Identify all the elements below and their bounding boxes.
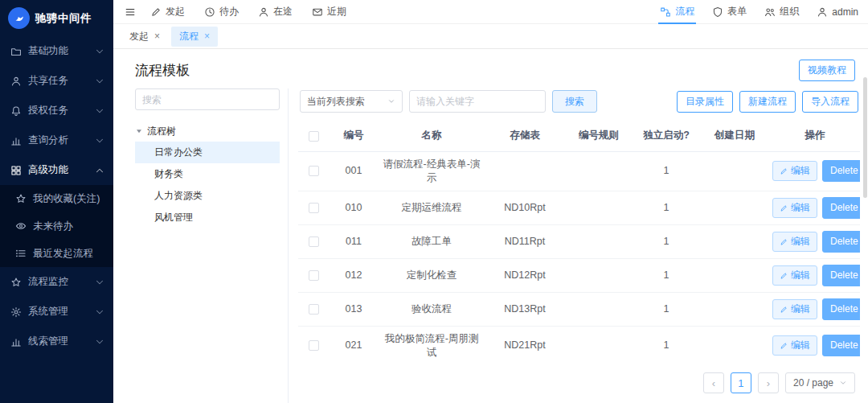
row-checkbox[interactable] xyxy=(309,203,319,213)
sidebar-item[interactable]: 共享任务 xyxy=(0,66,113,96)
delete-button[interactable]: Delete xyxy=(822,231,860,253)
sidebar-subitem[interactable]: 最近发起流程 xyxy=(0,240,113,267)
search-button[interactable]: 搜索 xyxy=(552,90,597,113)
edit-button[interactable]: 编辑 xyxy=(772,198,817,218)
edit-button[interactable]: 编辑 xyxy=(772,265,817,286)
column-header: 创建日期 xyxy=(700,121,769,151)
cell-rule xyxy=(565,191,633,224)
row-select-cell xyxy=(298,191,329,224)
cell-standalone: 1 xyxy=(633,191,700,224)
sidebar-item[interactable]: 线索管理 xyxy=(0,327,113,356)
keyword-input[interactable] xyxy=(409,90,546,113)
sidebar-item[interactable]: 高级功能 xyxy=(0,155,113,185)
row-checkbox[interactable] xyxy=(309,340,319,351)
tree-nodes: 日常办公类财务类人力资源类风机管理 xyxy=(135,142,280,228)
tab-label: 发起 xyxy=(129,30,149,43)
edit-icon xyxy=(780,271,788,280)
app-logo: 驰骋中间件 xyxy=(0,0,113,36)
cell-created xyxy=(700,326,769,364)
sidebar-subitem[interactable]: 未来待办 xyxy=(0,212,113,240)
bell-icon xyxy=(10,105,22,117)
tree-node[interactable]: 人力资源类 xyxy=(135,185,280,207)
edit-button[interactable]: 编辑 xyxy=(772,232,817,252)
edit-icon xyxy=(780,204,788,212)
edit-button[interactable]: 编辑 xyxy=(772,299,817,319)
edit-button[interactable]: 编辑 xyxy=(772,161,817,181)
video-tutorial-button[interactable]: 视频教程 xyxy=(799,60,855,81)
sidebar-subitem[interactable]: 我的收藏(关注) xyxy=(0,185,113,212)
topbar-item[interactable]: 表单 xyxy=(712,0,747,24)
topbar-item[interactable]: 流程 xyxy=(660,0,694,24)
row-select-cell xyxy=(298,326,329,364)
tree-node[interactable]: 风机管理 xyxy=(135,207,280,228)
tree-search-input[interactable] xyxy=(135,88,280,110)
topbar-item-label: 在途 xyxy=(273,5,293,19)
row-select-cell xyxy=(298,258,329,292)
sidebar-item[interactable]: 系统管理 xyxy=(0,297,113,327)
edit-button-label: 编辑 xyxy=(791,235,810,249)
sidebar-item-label: 基础功能 xyxy=(28,44,88,58)
import-flow-button[interactable]: 导入流程 xyxy=(802,91,858,113)
row-checkbox[interactable] xyxy=(309,236,319,247)
sidebar-item-label: 流程监控 xyxy=(28,275,88,289)
cell-created xyxy=(700,258,769,292)
tree-node[interactable]: 日常办公类 xyxy=(135,142,280,163)
menu-collapse-icon[interactable] xyxy=(125,6,136,18)
topbar-item[interactable]: 发起 xyxy=(150,0,185,24)
eye-icon xyxy=(15,220,27,232)
topbar-item[interactable]: 组织 xyxy=(764,0,799,24)
row-checkbox[interactable] xyxy=(309,270,319,281)
dir-props-button[interactable]: 目录属性 xyxy=(677,91,733,113)
page-size-select[interactable]: 20 / page xyxy=(785,372,855,393)
scrollbar-thumb[interactable] xyxy=(863,77,867,198)
delete-button[interactable]: Delete xyxy=(822,265,860,286)
tab-close-icon[interactable]: × xyxy=(204,31,210,42)
sidebar-item[interactable]: 查询分析 xyxy=(0,125,113,155)
tree-root-node[interactable]: 流程树 xyxy=(135,121,280,142)
cell-rule xyxy=(565,151,633,191)
sidebar-item[interactable]: 授权任务 xyxy=(0,96,113,125)
cell-name: 我的极简流程-周朋测试 xyxy=(379,326,485,364)
cell-rule xyxy=(565,224,633,258)
chevron-down-icon xyxy=(94,277,105,288)
next-page-button[interactable]: › xyxy=(758,372,779,393)
page-number-button[interactable]: 1 xyxy=(731,372,751,393)
tab[interactable]: 发起× xyxy=(121,27,168,47)
delete-button[interactable]: Delete xyxy=(822,298,860,320)
table-header-row: 编号名称存储表编号规则独立启动?创建日期操作 xyxy=(298,121,860,151)
table-row: 010定期运维流程ND10Rpt1编辑Delete xyxy=(298,191,860,224)
row-checkbox[interactable] xyxy=(309,166,319,176)
cell-created xyxy=(700,224,769,258)
prev-page-button[interactable]: ‹ xyxy=(703,372,724,393)
tab-label: 流程 xyxy=(179,30,199,43)
sidebar-item[interactable]: 基础功能 xyxy=(0,36,113,66)
delete-button[interactable]: Delete xyxy=(822,335,860,356)
tree-node[interactable]: 财务类 xyxy=(135,163,280,185)
edit-button[interactable]: 编辑 xyxy=(772,335,817,356)
sidebar-menu: 基础功能共享任务授权任务查询分析高级功能我的收藏(关注)未来待办最近发起流程流程… xyxy=(0,36,113,356)
topbar-item-label: 流程 xyxy=(675,5,694,19)
sidebar-item[interactable]: 流程监控 xyxy=(0,267,113,297)
topbar-item[interactable]: 近期 xyxy=(312,0,346,24)
row-checkbox[interactable] xyxy=(309,304,319,315)
tab[interactable]: 流程× xyxy=(171,27,218,47)
tab-close-icon[interactable]: × xyxy=(154,31,160,42)
topbar-item[interactable]: 待办 xyxy=(204,0,239,24)
column-header: 存储表 xyxy=(485,121,565,151)
search-scope-select[interactable]: 当前列表搜索 xyxy=(300,90,403,113)
row-select-cell xyxy=(298,224,329,258)
topbar: 发起待办在途近期 流程表单组织admin xyxy=(113,0,868,24)
topbar-item[interactable]: 在途 xyxy=(258,0,293,24)
admin-icon xyxy=(817,6,828,18)
topbar-item[interactable]: admin xyxy=(817,0,858,24)
delete-button[interactable]: Delete xyxy=(822,197,860,219)
edit-icon xyxy=(780,167,788,175)
delete-button[interactable]: Delete xyxy=(822,160,860,182)
edit-button-label: 编辑 xyxy=(791,201,810,215)
chevron-down-icon xyxy=(94,105,105,117)
folder-icon xyxy=(10,46,22,57)
select-all-checkbox[interactable] xyxy=(309,131,319,142)
new-flow-button[interactable]: 新建流程 xyxy=(739,91,796,113)
row-actions-cell: 编辑Delete xyxy=(769,292,860,326)
chevron-down-icon xyxy=(387,97,395,105)
